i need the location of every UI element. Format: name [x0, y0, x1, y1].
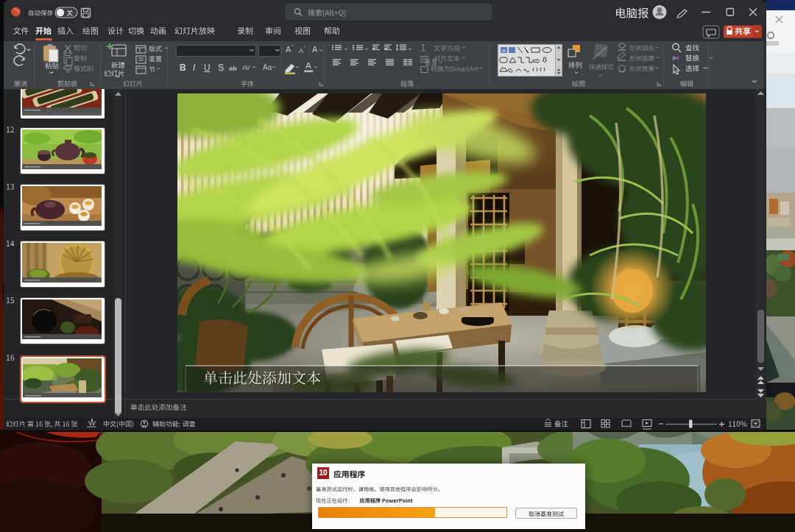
svg-text:A: A — [502, 49, 505, 53]
